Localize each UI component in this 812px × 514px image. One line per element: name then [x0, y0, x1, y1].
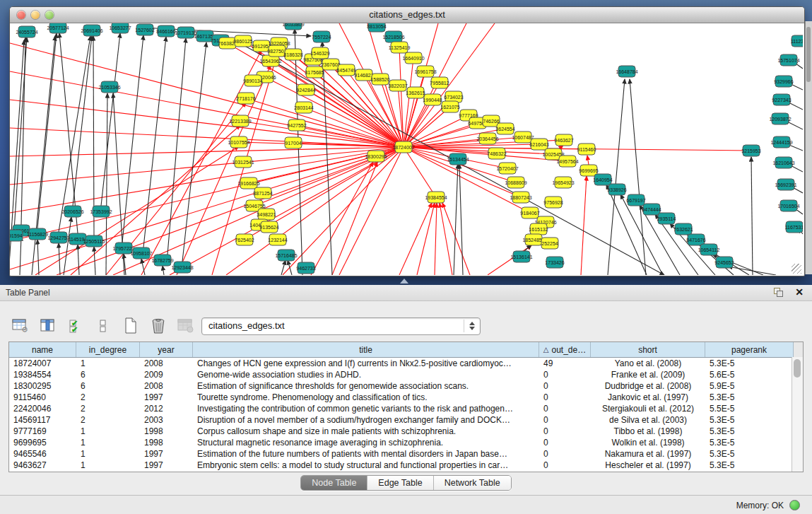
graph-node[interactable]: 20206526	[61, 206, 83, 217]
graph-node[interactable]: 7625402	[235, 234, 254, 245]
new-table-button[interactable]	[120, 315, 141, 337]
graph-node[interactable]: 7955812	[430, 77, 449, 88]
graph-edge[interactable]	[10, 43, 404, 147]
float-panel-icon[interactable]	[774, 288, 784, 297]
tab-edge-table[interactable]: Edge Table	[367, 476, 433, 490]
graph-node[interactable]: 12923448	[171, 262, 193, 273]
graph-node[interactable]: 8813054	[367, 23, 386, 32]
column-settings-button[interactable]: ⚙	[10, 315, 31, 337]
table-selector-combobox[interactable]: citations_edges.txt	[201, 317, 481, 335]
graph-edge[interactable]	[101, 33, 120, 206]
graph-edge[interactable]	[78, 245, 79, 275]
select-all-button[interactable]: ✔ ✔	[65, 315, 86, 337]
graph-node[interactable]: 1640954	[593, 174, 612, 185]
graph-node[interactable]: 1990448	[423, 94, 442, 105]
graph-node[interactable]: 1733426	[545, 257, 564, 268]
graph-node[interactable]: 1621075	[440, 101, 459, 112]
desktop-scrollbar[interactable]	[805, 21, 812, 274]
table-row[interactable]: 1872400712008Changes of HCN gene express…	[9, 358, 803, 369]
select-columns-button[interactable]	[37, 315, 59, 337]
graph-edge[interactable]	[454, 164, 458, 275]
graph-edge[interactable]	[440, 203, 452, 275]
window-resize-grip[interactable]	[792, 264, 801, 274]
graph-node[interactable]: 9474444	[642, 204, 661, 215]
column-header-title[interactable]: title	[193, 342, 539, 357]
graph-node[interactable]: 10654112	[698, 244, 720, 255]
graph-node[interactable]: 12093872	[769, 113, 791, 124]
graph-node[interactable]: 18807243	[510, 192, 531, 203]
tab-network-table[interactable]: Network Table	[433, 476, 511, 490]
column-header-short[interactable]: short	[591, 342, 705, 357]
graph-edge[interactable]	[332, 162, 377, 275]
graph-node[interactable]: 1527602	[135, 24, 154, 35]
graph-node[interactable]: 19384554	[425, 192, 447, 203]
column-header-name[interactable]: name	[9, 342, 76, 357]
graph-node[interactable]: 15218506	[382, 31, 404, 42]
graph-edge[interactable]	[581, 176, 587, 275]
graph-node[interactable]: 1167531	[785, 221, 803, 233]
graph-node[interactable]: 17016504	[777, 200, 799, 211]
network-canvas[interactable]: 2405572420577124206914061065327715276028…	[10, 23, 803, 275]
graph-node[interactable]: 9242844	[296, 84, 315, 95]
graph-node[interactable]: 16210643	[772, 157, 794, 168]
graph-edge[interactable]	[14, 37, 27, 230]
graph-node[interactable]: 18724007	[392, 141, 414, 153]
graph-node[interactable]: 252254	[541, 238, 558, 249]
graph-node[interactable]: 10688609	[505, 177, 526, 188]
graph-node[interactable]: 1588520	[370, 74, 389, 85]
graph-node[interactable]: 8454749	[336, 64, 355, 76]
column-header-in_degree[interactable]: in_degree	[76, 342, 140, 357]
graph-node[interactable]: 1546329	[310, 47, 329, 59]
graph-node[interactable]: 10107554	[228, 136, 249, 148]
graph-edge[interactable]	[37, 240, 39, 275]
graph-node[interactable]: 7632621	[673, 223, 693, 235]
graph-node[interactable]: 1615132	[529, 223, 548, 235]
graph-node[interactable]: 3498221	[257, 209, 276, 220]
graph-node[interactable]: 9463627	[554, 134, 573, 146]
graph-node[interactable]: 9245652	[714, 257, 734, 268]
graph-node[interactable]: 16033809	[282, 23, 304, 30]
split-divider-handle[interactable]	[400, 279, 408, 284]
graph-node[interactable]: 9338926	[607, 184, 626, 195]
graph-node[interactable]: 15692391	[775, 179, 796, 190]
graph-node[interactable]: 10653277	[109, 23, 131, 33]
import-table-button[interactable]	[175, 315, 196, 337]
graph-edge[interactable]	[587, 156, 589, 165]
tab-node-table[interactable]: Node Table	[301, 476, 367, 490]
graph-node[interactable]: 11156829	[27, 228, 48, 240]
graph-node[interactable]: 17353992	[90, 206, 112, 217]
graph-node[interactable]: 3215953	[741, 145, 760, 156]
window-titlebar[interactable]: citations_edges.txt	[10, 7, 804, 23]
graph-edge[interactable]	[73, 36, 92, 206]
table-row[interactable]: 2242004622012Investigating the contribut…	[9, 403, 803, 414]
graph-node[interactable]: 12942757	[47, 232, 69, 243]
table-row[interactable]: 946362711997Embryonic stem cells: a mode…	[9, 460, 803, 471]
table-row[interactable]: 1938455462009Genome-wide association stu…	[9, 369, 803, 380]
table-row[interactable]: 911546021997Tourette syndrome. Phenomeno…	[9, 392, 803, 403]
table-row[interactable]: 1456911722003Disruption of a novel membe…	[9, 414, 803, 426]
delete-table-button[interactable]	[148, 315, 169, 337]
graph-node[interactable]: 3175685	[305, 66, 324, 78]
memory-status-icon[interactable]	[789, 500, 800, 510]
graph-node[interactable]: 20691406	[81, 25, 102, 36]
close-panel-icon[interactable]: ✕	[795, 286, 804, 298]
graph-node[interactable]: 15136141	[510, 251, 532, 262]
graph-node[interactable]: 12505115	[83, 235, 105, 247]
graph-edge[interactable]	[404, 107, 450, 147]
graph-edge[interactable]	[435, 203, 437, 275]
desktop-scrollbar-thumb[interactable]	[806, 27, 811, 82]
graph-node[interactable]: 16648784	[616, 66, 637, 77]
graph-node[interactable]: 7557224	[312, 31, 331, 42]
graph-node[interactable]: 16782759	[151, 255, 173, 266]
graph-node[interactable]: 991594	[10, 230, 23, 241]
graph-node[interactable]: 9427552	[287, 119, 306, 131]
graph-edge[interactable]	[751, 157, 753, 275]
column-header-year[interactable]: year	[140, 342, 193, 357]
graph-edge[interactable]	[71, 125, 240, 275]
graph-node[interactable]: 19166825	[237, 177, 259, 189]
graph-node[interactable]: 9329966	[774, 76, 793, 87]
graph-node[interactable]: 11325419	[389, 42, 411, 53]
graph-node[interactable]: 3624554	[495, 123, 514, 134]
graph-node[interactable]: 8466160	[156, 25, 175, 37]
graph-node[interactable]: 16640910	[402, 52, 424, 64]
